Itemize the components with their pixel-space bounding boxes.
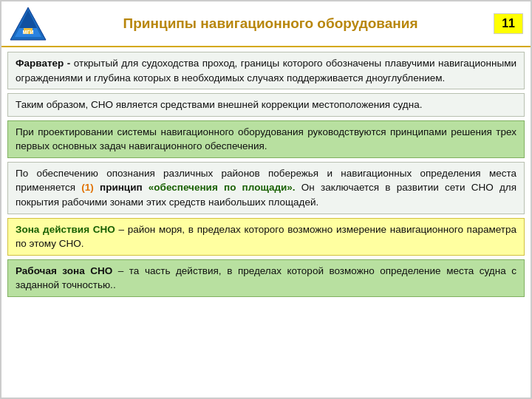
block-area-principle: По обеспечению опознания различных район… (7, 162, 525, 214)
principle-label: принцип (100, 182, 149, 193)
page-title: Принципы навигационного оборудования (47, 16, 494, 32)
slide: МГИ Принципы навигационного оборудования… (0, 0, 532, 399)
zone-term: Зона действия СНО (16, 224, 115, 235)
content-area: Фарватер - открытый для судоходства прох… (1, 47, 531, 398)
design-principles-text: При проектировании системы навигационног… (16, 126, 516, 152)
logo-icon: МГИ (9, 6, 47, 41)
block-sno-correction: Таким образом, СНО является средствами в… (7, 93, 525, 117)
block-zone-sno: Зона действия СНО – район моря, в предел… (7, 218, 525, 256)
svg-text:МГИ: МГИ (23, 30, 34, 35)
block-design-principles: При проектировании системы навигационног… (7, 120, 525, 158)
page-number: 11 (494, 13, 523, 34)
sno-correction-text: Таким образом, СНО является средствами в… (16, 99, 422, 110)
block-farwater: Фарватер - открытый для судоходства прох… (7, 52, 525, 89)
farwater-term: Фарватер - (16, 58, 74, 69)
farwater-definition: открытый для судоходства проход, границы… (16, 58, 516, 83)
principle-number: (1) (81, 182, 100, 193)
block-work-zone: Рабочая зона СНО – та часть действия, в … (7, 259, 525, 297)
principle-name: «обеспечения по площади». (149, 182, 296, 193)
work-zone-term: Рабочая зона СНО (16, 265, 112, 276)
header: МГИ Принципы навигационного оборудования… (1, 1, 531, 47)
